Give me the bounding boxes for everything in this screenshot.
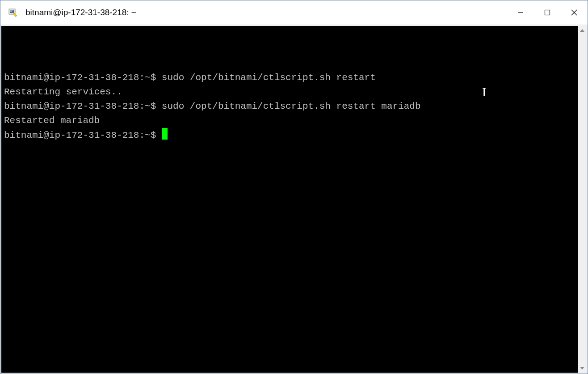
svg-rect-5 <box>545 10 550 15</box>
svg-rect-1 <box>10 10 14 13</box>
terminal-line: bitnami@ip-172-31-38-218:~$ sudo /opt/bi… <box>4 71 575 85</box>
scroll-down-arrow[interactable] <box>578 364 587 373</box>
command: sudo /opt/bitnami/ctlscript.sh restart <box>162 72 376 83</box>
command: sudo /opt/bitnami/ctlscript.sh restart m… <box>162 101 421 111</box>
terminal-cursor <box>162 128 168 140</box>
prompt: bitnami@ip-172-31-38-218:~$ <box>4 130 162 140</box>
terminal-line: bitnami@ip-172-31-38-218:~$ sudo /opt/bi… <box>4 99 575 114</box>
scroll-up-arrow[interactable] <box>578 26 587 35</box>
main-area: I bitnami@ip-172-31-38-218:~$ sudo /opt/… <box>0 25 588 374</box>
terminal-line: Restarting services.. <box>4 85 575 99</box>
output: Restarting services.. <box>4 87 122 97</box>
terminal-line: Restarted mariadb <box>4 114 575 128</box>
close-button[interactable] <box>561 0 588 25</box>
putty-icon <box>8 7 18 18</box>
titlebar[interactable]: bitnami@ip-172-31-38-218: ~ <box>0 0 588 25</box>
maximize-button[interactable] <box>534 0 561 25</box>
window-title: bitnami@ip-172-31-38-218: ~ <box>25 8 507 17</box>
output: Restarted mariadb <box>4 115 100 126</box>
terminal-line: bitnami@ip-172-31-38-218:~$ <box>4 128 575 143</box>
terminal[interactable]: I bitnami@ip-172-31-38-218:~$ sudo /opt/… <box>1 26 578 373</box>
prompt: bitnami@ip-172-31-38-218:~$ <box>4 101 162 111</box>
scroll-track[interactable] <box>578 35 587 364</box>
minimize-button[interactable] <box>507 0 534 25</box>
window-controls <box>507 0 588 25</box>
scrollbar[interactable] <box>578 26 587 373</box>
prompt: bitnami@ip-172-31-38-218:~$ <box>4 72 162 83</box>
